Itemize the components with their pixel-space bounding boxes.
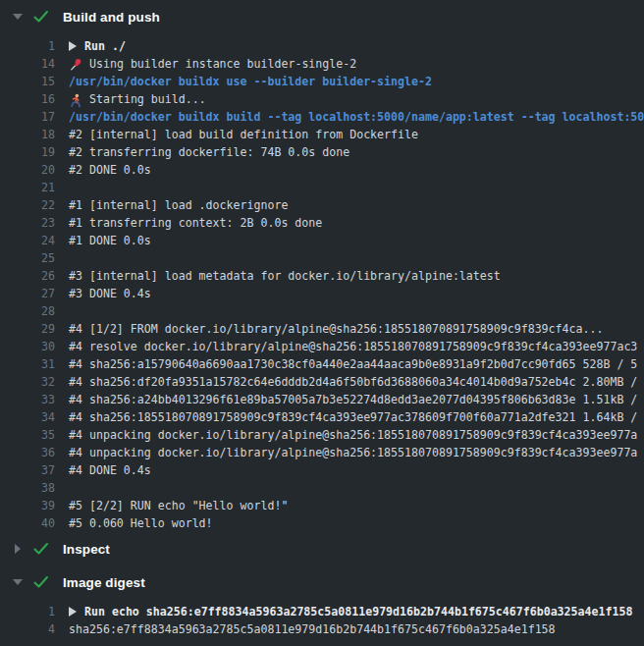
line-number[interactable]: 4 [0, 620, 55, 638]
line-number[interactable]: 32 [0, 373, 55, 391]
pushpin-icon [69, 58, 82, 72]
line-number[interactable]: 20 [0, 161, 55, 179]
log-line: 40#5 0.060 Hello world! [0, 514, 644, 532]
log-line: 24#1 DONE 0.0s [0, 232, 644, 249]
line-number[interactable]: 27 [0, 285, 55, 302]
line-number[interactable]: 17 [0, 108, 55, 126]
log-line-text: Run ./ [69, 37, 126, 55]
log-line-text: #5 0.060 Hello world! [69, 514, 213, 532]
log-line-text: #4 sha256:185518070891758909c9f839cf4ca3… [69, 408, 637, 426]
line-number[interactable]: 30 [0, 338, 55, 355]
line-number[interactable]: 18 [0, 126, 55, 143]
log-line: 31#4 sha256:a15790640a6690aa1730c38cf0a4… [0, 355, 644, 373]
log-line-text: #1 DONE 0.0s [69, 232, 151, 249]
chevron-down-icon[interactable] [11, 579, 24, 585]
line-number[interactable]: 21 [0, 179, 55, 196]
line-number[interactable]: 16 [0, 90, 55, 108]
log-line: 27#3 DONE 0.4s [0, 285, 644, 302]
log-section-inspect: Inspect [0, 532, 644, 565]
line-number[interactable]: 24 [0, 232, 55, 249]
log-line-text: #3 DONE 0.4s [69, 285, 151, 302]
log-line: 1 Run ./ [0, 37, 644, 55]
check-icon [33, 575, 49, 589]
line-number[interactable]: 22 [0, 196, 55, 214]
log-line: 36#4 unpacking docker.io/library/alpine@… [0, 444, 644, 461]
line-number[interactable]: 26 [0, 267, 55, 285]
log-line: 33#4 sha256:a24bb4013296f61e89ba57005a7b… [0, 391, 644, 408]
section-header-image-digest[interactable]: Image digest [0, 565, 644, 599]
check-icon [33, 10, 49, 24]
log-line: 37#4 DONE 0.4s [0, 461, 644, 479]
line-number[interactable]: 33 [0, 391, 55, 408]
run-triangle-icon [69, 607, 77, 617]
log-line-text: sha256:e7ff8834a5963a2785c5a0811e979d16b… [69, 620, 556, 638]
run-triangle-icon[interactable] [69, 41, 77, 51]
line-number[interactable]: 19 [0, 143, 55, 161]
section-title[interactable]: Inspect [63, 542, 110, 557]
log-line-text: Using builder instance builder-single-2 [69, 55, 356, 73]
log-line: 29#4 [1/2] FROM docker.io/library/alpine… [0, 320, 644, 338]
line-number[interactable]: 36 [0, 444, 55, 461]
log-line-text: #2 transferring dockerfile: 74B 0.0s don… [69, 143, 349, 161]
log-line: 16 Starting build... [0, 90, 644, 108]
log-line: 21 [0, 179, 644, 196]
line-number[interactable]: 40 [0, 514, 55, 532]
run-triangle-icon[interactable] [69, 607, 77, 617]
log-line-text: #4 sha256:a15790640a6690aa1730c38cf0a440… [69, 355, 637, 373]
log-line: 25 [0, 249, 644, 267]
workflow-log-viewer: Build and push 1 Run ./14 Using builder … [0, 0, 644, 646]
line-number[interactable]: 1 [0, 603, 55, 620]
line-number[interactable]: 37 [0, 461, 55, 479]
log-lines: 1 Run echo sha256:e7ff8834a5963a2785c5a0… [0, 599, 644, 638]
line-number[interactable]: 31 [0, 355, 55, 373]
log-line-text: #4 unpacking docker.io/library/alpine@sh… [69, 444, 637, 461]
log-line-text: #2 DONE 0.0s [69, 161, 151, 179]
log-line: 26#3 [internal] load metadata for docker… [0, 267, 644, 285]
line-number[interactable]: 14 [0, 55, 55, 73]
section-header-inspect[interactable]: Inspect [0, 532, 644, 565]
log-line-text: #4 sha256:df20fa9351a15782c64e6dddb2d4a6… [69, 373, 637, 391]
chevron-down-icon[interactable] [11, 14, 24, 20]
log-line: 38 [0, 479, 644, 497]
log-line-text: #4 resolve docker.io/library/alpine@sha2… [69, 338, 637, 355]
check-icon [33, 541, 49, 557]
section-title[interactable]: Image digest [63, 575, 145, 590]
log-line: 20#2 DONE 0.0s [0, 161, 644, 179]
log-line: 30#4 resolve docker.io/library/alpine@sh… [0, 338, 644, 355]
line-number[interactable]: 1 [0, 37, 55, 55]
log-line-text: #4 sha256:a24bb4013296f61e89ba57005a7b3e… [69, 391, 637, 408]
runner-icon [69, 93, 82, 108]
log-line-text: #2 [internal] load build definition from… [69, 126, 418, 143]
line-number[interactable]: 25 [0, 249, 55, 267]
log-line-text: Starting build... [69, 90, 206, 108]
log-line: 14 Using builder instance builder-single… [0, 55, 644, 73]
log-line: 39#5 [2/2] RUN echo "Hello world!" [0, 497, 644, 514]
log-line: 15/usr/bin/docker buildx use --builder b… [0, 73, 644, 90]
line-number[interactable]: 29 [0, 320, 55, 338]
section-header-build-and-push[interactable]: Build and push [0, 0, 644, 33]
log-line-text: #5 [2/2] RUN echo "Hello world!" [69, 497, 288, 514]
section-title[interactable]: Build and push [63, 10, 160, 25]
log-line-text: #4 unpacking docker.io/library/alpine@sh… [69, 426, 637, 444]
log-line-text: /usr/bin/docker buildx build --tag local… [69, 108, 644, 126]
line-number[interactable]: 38 [0, 479, 55, 497]
run-triangle-icon [69, 41, 77, 51]
log-line-text: #1 transferring context: 2B 0.0s done [69, 214, 322, 232]
chevron-right-icon[interactable] [11, 544, 24, 554]
line-number[interactable]: 23 [0, 214, 55, 232]
log-line-text: /usr/bin/docker buildx use --builder bui… [69, 73, 432, 90]
runner-icon [69, 93, 82, 108]
log-line: 4sha256:e7ff8834a5963a2785c5a0811e979d16… [0, 620, 644, 638]
line-number[interactable]: 34 [0, 408, 55, 426]
line-number[interactable]: 15 [0, 73, 55, 90]
log-line: 17/usr/bin/docker buildx build --tag loc… [0, 108, 644, 126]
line-number[interactable]: 39 [0, 497, 55, 514]
log-line-text: #3 [internal] load metadata for docker.i… [69, 267, 501, 285]
line-number[interactable]: 35 [0, 426, 55, 444]
log-line: 19#2 transferring dockerfile: 74B 0.0s d… [0, 143, 644, 161]
log-line: 35#4 unpacking docker.io/library/alpine@… [0, 426, 644, 444]
line-number[interactable]: 28 [0, 302, 55, 320]
log-line: 1 Run echo sha256:e7ff8834a5963a2785c5a0… [0, 603, 644, 620]
check-icon [33, 574, 49, 590]
log-line: 23#1 transferring context: 2B 0.0s done [0, 214, 644, 232]
